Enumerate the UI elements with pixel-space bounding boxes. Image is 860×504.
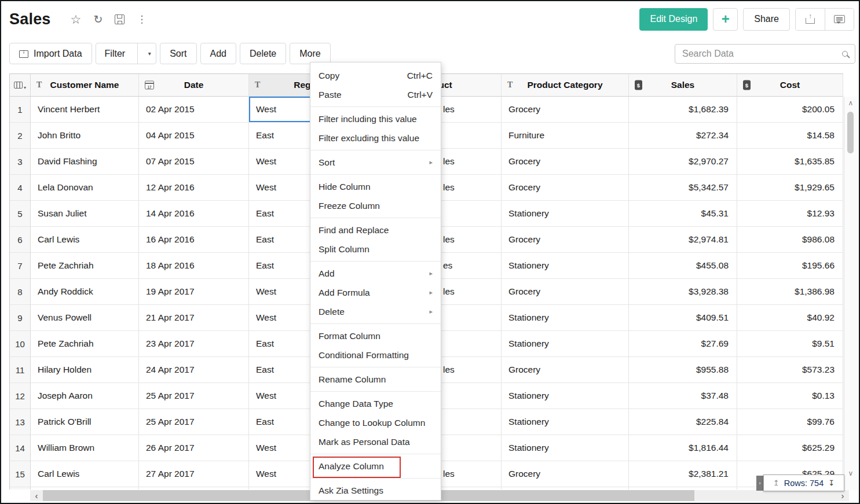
cost-cell[interactable]: $200.05 bbox=[737, 97, 843, 123]
row-number-cell[interactable]: 13 bbox=[10, 409, 31, 435]
date-cell[interactable]: 25 Apr 2017 bbox=[139, 383, 249, 409]
menu-item-format-column[interactable]: Format Column bbox=[310, 326, 441, 345]
menu-item-paste[interactable]: PasteCtrl+V bbox=[310, 85, 441, 104]
edit-design-button[interactable]: Edit Design bbox=[639, 8, 708, 31]
sales-cell[interactable]: $1,816.44 bbox=[629, 435, 737, 461]
cost-cell[interactable]: $1,929.65 bbox=[737, 175, 843, 201]
customer-name-cell[interactable]: Venus Powell bbox=[31, 305, 139, 331]
product-category-cell[interactable]: Grocery bbox=[502, 279, 629, 305]
scroll-right-icon[interactable]: › bbox=[836, 490, 849, 501]
cost-cell[interactable]: $14.58 bbox=[737, 123, 843, 149]
customer-name-cell[interactable]: Pete Zachriah bbox=[31, 331, 139, 357]
favorite-star-icon[interactable]: ☆ bbox=[71, 13, 82, 25]
product-category-cell[interactable]: Grocery bbox=[502, 149, 629, 175]
rows-widget-collapse-tab[interactable]: › bbox=[756, 476, 763, 491]
select-all-corner-cell[interactable]: ▾ bbox=[10, 74, 31, 97]
save-icon[interactable] bbox=[115, 14, 125, 24]
import-data-button[interactable]: ↓ Import Data bbox=[9, 43, 92, 64]
row-number-cell[interactable]: 5 bbox=[10, 201, 31, 227]
customer-name-cell[interactable]: Patrick O'Brill bbox=[31, 409, 139, 435]
menu-item-rename-column[interactable]: Rename Column bbox=[310, 370, 441, 389]
sales-cell[interactable]: $2,974.81 bbox=[629, 227, 737, 253]
product-category-cell[interactable]: Grocery bbox=[502, 357, 629, 383]
product-category-cell[interactable]: Stationery bbox=[502, 305, 629, 331]
cost-cell[interactable]: $9.51 bbox=[737, 331, 843, 357]
row-number-cell[interactable]: 12 bbox=[10, 383, 31, 409]
customer-name-cell[interactable]: Lela Donovan bbox=[31, 175, 139, 201]
customer-name-cell[interactable]: Andy Roddick bbox=[31, 279, 139, 305]
menu-item-find-and-replace[interactable]: Find and Replace bbox=[310, 220, 441, 240]
menu-item-analyze-column[interactable]: Analyze Column bbox=[310, 457, 441, 476]
cost-cell[interactable]: $40.92 bbox=[737, 305, 843, 331]
go-to-bottom-icon[interactable]: ↧ bbox=[828, 479, 835, 487]
row-number-cell[interactable]: 9 bbox=[10, 305, 31, 331]
filter-caret-icon[interactable]: ▾ bbox=[143, 43, 156, 64]
date-cell[interactable]: 14 Apr 2016 bbox=[139, 201, 249, 227]
menu-item-delete[interactable]: Delete▸ bbox=[310, 302, 441, 321]
row-number-cell[interactable]: 15 bbox=[10, 461, 31, 487]
cost-cell[interactable]: $625.29 bbox=[737, 435, 843, 461]
cost-cell[interactable]: $1,635.85 bbox=[737, 149, 843, 175]
sort-button[interactable]: Sort bbox=[160, 43, 196, 64]
row-number-cell[interactable]: 10 bbox=[10, 331, 31, 357]
product-category-cell[interactable]: Stationery bbox=[502, 331, 629, 357]
row-number-cell[interactable]: 8 bbox=[10, 279, 31, 305]
row-number-cell[interactable]: 11 bbox=[10, 357, 31, 383]
date-cell[interactable]: 26 Apr 2017 bbox=[139, 435, 249, 461]
cost-cell[interactable]: $986.08 bbox=[737, 227, 843, 253]
menu-item-sort[interactable]: Sort▸ bbox=[310, 153, 441, 172]
menu-item-change-to-lookup-column[interactable]: Change to Lookup Column bbox=[310, 413, 441, 432]
date-cell[interactable]: 04 Apr 2015 bbox=[139, 123, 249, 149]
customer-name-cell[interactable]: Joseph Aaron bbox=[31, 383, 139, 409]
menu-item-freeze-column[interactable]: Freeze Column bbox=[310, 196, 441, 215]
date-cell[interactable]: 21 Apr 2017 bbox=[139, 305, 249, 331]
row-number-cell[interactable]: 3 bbox=[10, 149, 31, 175]
column-header-customer-name[interactable]: T Customer Name bbox=[31, 74, 139, 97]
sales-cell[interactable]: $225.84 bbox=[629, 409, 737, 435]
date-cell[interactable]: 23 Apr 2017 bbox=[139, 331, 249, 357]
sales-cell[interactable]: $27.69 bbox=[629, 331, 737, 357]
menu-item-add-formula[interactable]: Add Formula▸ bbox=[310, 283, 441, 302]
customer-name-cell[interactable]: Pete Zachriah bbox=[31, 253, 139, 279]
sales-cell[interactable]: $3,928.38 bbox=[629, 279, 737, 305]
menu-item-mark-as-personal-data[interactable]: Mark as Personal Data bbox=[310, 432, 441, 451]
cost-cell[interactable]: $0.13 bbox=[737, 383, 843, 409]
date-cell[interactable]: 19 Apr 2017 bbox=[139, 279, 249, 305]
menu-item-filter-excluding-this-value[interactable]: Filter excluding this value bbox=[310, 128, 441, 148]
sales-cell[interactable]: $2,970.27 bbox=[629, 149, 737, 175]
date-cell[interactable]: 18 Apr 2016 bbox=[139, 253, 249, 279]
product-category-cell[interactable]: Grocery bbox=[502, 461, 629, 487]
customer-name-cell[interactable]: William Brown bbox=[31, 435, 139, 461]
filter-button[interactable]: Filter ▾ bbox=[96, 43, 157, 64]
export-button[interactable]: ↑ bbox=[796, 9, 825, 30]
menu-item-copy[interactable]: CopyCtrl+C bbox=[310, 66, 441, 85]
product-category-cell[interactable]: Grocery bbox=[502, 97, 629, 123]
column-header-cost[interactable]: $ Cost bbox=[737, 74, 843, 97]
search-input[interactable] bbox=[682, 49, 842, 59]
customer-name-cell[interactable]: Carl Lewis bbox=[31, 461, 139, 487]
column-header-product-category[interactable]: T Product Category bbox=[502, 74, 629, 97]
share-button[interactable]: Share bbox=[743, 8, 790, 31]
menu-item-change-data-type[interactable]: Change Data Type bbox=[310, 394, 441, 413]
row-number-cell[interactable]: 4 bbox=[10, 175, 31, 201]
date-cell[interactable]: 27 Apr 2017 bbox=[139, 461, 249, 487]
delete-button[interactable]: Delete bbox=[240, 43, 286, 64]
customer-name-cell[interactable]: Hilary Holden bbox=[31, 357, 139, 383]
menu-item-conditional-formatting[interactable]: Conditional Formatting bbox=[310, 345, 441, 365]
row-number-cell[interactable]: 1 bbox=[10, 97, 31, 123]
date-cell[interactable]: 24 Apr 2017 bbox=[139, 357, 249, 383]
cost-cell[interactable]: $573.23 bbox=[737, 357, 843, 383]
product-category-cell[interactable]: Stationery bbox=[502, 201, 629, 227]
go-to-top-icon[interactable]: ↥ bbox=[773, 479, 780, 487]
date-cell[interactable]: 02 Apr 2015 bbox=[139, 97, 249, 123]
scroll-left-icon[interactable]: ‹ bbox=[30, 490, 43, 501]
vertical-scrollbar[interactable]: ∧ ∨ bbox=[844, 97, 857, 490]
date-cell[interactable]: 16 Apr 2016 bbox=[139, 227, 249, 253]
date-cell[interactable]: 25 Apr 2017 bbox=[139, 409, 249, 435]
product-category-cell[interactable]: Stationery bbox=[502, 409, 629, 435]
sales-cell[interactable]: $455.08 bbox=[629, 253, 737, 279]
cost-cell[interactable]: $99.76 bbox=[737, 409, 843, 435]
date-cell[interactable]: 07 Apr 2015 bbox=[139, 149, 249, 175]
scroll-up-icon[interactable]: ∧ bbox=[844, 99, 857, 107]
more-button[interactable]: More bbox=[290, 43, 330, 64]
